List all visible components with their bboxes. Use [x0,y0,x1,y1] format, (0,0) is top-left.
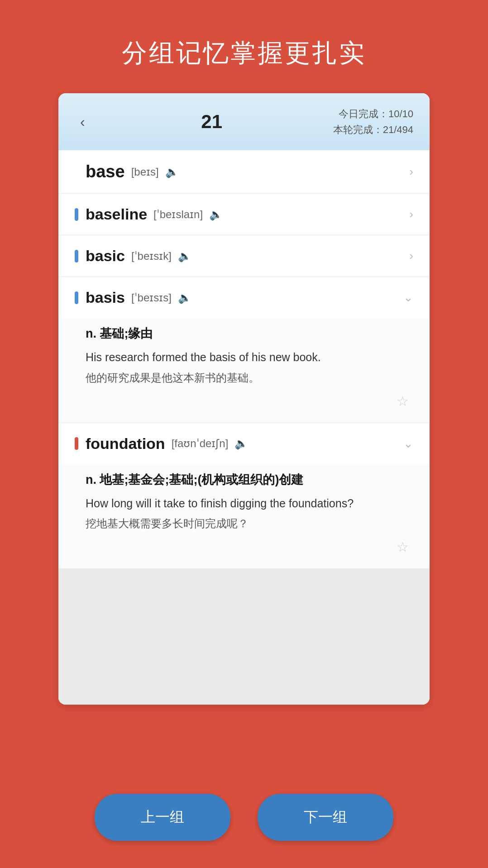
word-indicator-baseline [75,208,78,221]
round-progress: 本轮完成：21/494 [333,122,413,138]
card-header: ‹ 21 今日完成：10/10 本轮完成：21/494 [58,93,430,150]
chevron-down-icon-basis: ⌄ [403,291,413,305]
word-row: foundation [faʊnˈdeɪʃn] 🔈 ⌄ n. 地基;基金会;基础… [58,423,430,569]
word-indicator-foundation [75,437,78,450]
word-text-basic: basic [86,247,125,265]
word-indicator-basic [75,250,78,262]
word-text-base: base [86,162,125,181]
word-row: base [beɪs] 🔈 › [58,150,430,194]
bottom-area [58,569,430,705]
word-phonetic-base: [beɪs] [131,166,159,178]
word-phonetic-baseline: [ˈbeɪslaɪn] [153,208,203,221]
word-row-header-foundation[interactable]: foundation [faʊnˈdeɪʃn] 🔈 ⌄ [58,423,430,464]
word-phonetic-basis: [ˈbeɪsɪs] [131,291,172,304]
star-icon-foundation[interactable]: ☆ [86,539,413,555]
back-button[interactable]: ‹ [75,112,91,132]
page-title: 分组记忆掌握更扎实 [122,36,366,71]
sound-icon-base[interactable]: 🔈 [165,166,179,178]
word-row: basis [ˈbeɪsɪs] 🔈 ⌄ n. 基础;缘由 His researc… [58,277,430,423]
word-definition-foundation: n. 地基;基金会;基础;(机构或组织的)创建 [86,472,413,488]
word-text-baseline: baseline [86,205,147,223]
word-example-zh-basis: 他的研究成果是他这本新书的基础。 [86,370,413,386]
chevron-right-icon-basic: › [409,249,413,263]
word-list: base [beɪs] 🔈 › baseline [ˈbeɪslaɪn] 🔈 ›… [58,150,430,705]
word-indicator-base [75,166,78,178]
sound-icon-foundation[interactable]: 🔈 [234,437,248,450]
daily-progress: 今日完成：10/10 [333,106,413,122]
star-icon-basis[interactable]: ☆ [86,393,413,409]
word-text-foundation: foundation [86,435,165,453]
word-phonetic-basic: [ˈbeɪsɪk] [131,250,172,262]
word-example-en-basis: His research formed the basis of his new… [86,349,413,366]
word-row-header-basis[interactable]: basis [ˈbeɪsɪs] 🔈 ⌄ [58,277,430,318]
word-indicator-basis [75,291,78,304]
word-text-basis: basis [86,289,125,306]
word-definition-basis: n. 基础;缘由 [86,325,413,342]
chevron-down-icon-foundation: ⌄ [403,437,413,451]
chevron-right-icon-base: › [409,165,413,179]
card-number: 21 [201,111,222,133]
chevron-right-icon-baseline: › [409,207,413,221]
word-row: basic [ˈbeɪsɪk] 🔈 › [58,235,430,277]
word-row: baseline [ˈbeɪslaɪn] 🔈 › [58,194,430,235]
word-phonetic-foundation: [faʊnˈdeɪʃn] [172,437,229,450]
sound-icon-basis[interactable]: 🔈 [178,291,191,304]
prev-group-button[interactable]: 上一组 [95,794,230,841]
word-row-header-base[interactable]: base [beɪs] 🔈 › [58,150,430,193]
sound-icon-basic[interactable]: 🔈 [178,250,191,262]
word-row-header-basic[interactable]: basic [ˈbeɪsɪk] 🔈 › [58,235,430,277]
word-detail-foundation: n. 地基;基金会;基础;(机构或组织的)创建 How long will it… [58,464,430,569]
word-example-zh-foundation: 挖地基大概需要多长时间完成呢？ [86,515,413,532]
sound-icon-baseline[interactable]: 🔈 [209,208,223,221]
bottom-buttons: 上一组 下一组 [0,794,488,841]
progress-info: 今日完成：10/10 本轮完成：21/494 [333,106,413,138]
word-row-header-baseline[interactable]: baseline [ˈbeɪslaɪn] 🔈 › [58,194,430,235]
word-detail-basis: n. 基础;缘由 His research formed the basis o… [58,318,430,423]
word-example-en-foundation: How long will it take to finish digging … [86,495,413,512]
next-group-button[interactable]: 下一组 [258,794,393,841]
word-card: ‹ 21 今日完成：10/10 本轮完成：21/494 base [beɪs] … [58,93,430,705]
